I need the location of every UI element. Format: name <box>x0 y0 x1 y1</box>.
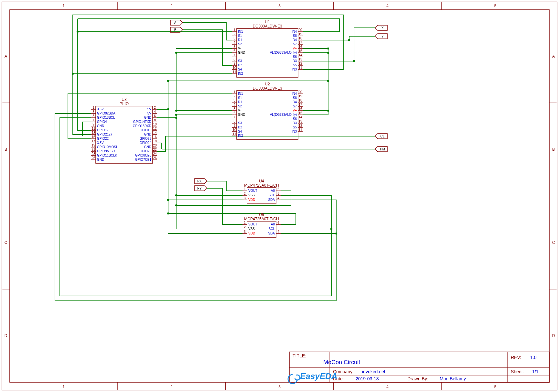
svg-text:GPIO4: GPIO4 <box>97 120 107 124</box>
U2-ref: U2 <box>265 82 270 86</box>
svg-text:21: 21 <box>91 148 95 151</box>
svg-text:IN4: IN4 <box>292 30 297 33</box>
svg-text:GND: GND <box>97 158 104 161</box>
svg-text:S1: S1 <box>238 34 242 38</box>
svg-text:D2: D2 <box>238 125 242 129</box>
svg-text:SCL: SCL <box>269 227 275 231</box>
netlabel-HM: HM <box>375 147 387 152</box>
svg-text:S3: S3 <box>238 59 242 63</box>
svg-text:18: 18 <box>153 139 157 143</box>
svg-text:19: 19 <box>91 144 95 147</box>
svg-text:23: 23 <box>91 152 95 156</box>
svg-text:14: 14 <box>298 115 302 119</box>
U4-part: MCP4725A0T-E/CH <box>244 183 279 188</box>
svg-point-41 <box>175 114 177 116</box>
svg-text:D4: D4 <box>293 100 297 104</box>
svg-point-46 <box>348 39 350 41</box>
svg-text:17: 17 <box>298 103 302 106</box>
svg-text:GPIO02SDA: GPIO02SDA <box>97 112 115 115</box>
svg-text:S8: S8 <box>293 96 297 100</box>
svg-text:16: 16 <box>153 135 157 139</box>
svg-text:18: 18 <box>298 37 302 40</box>
svg-text:6: 6 <box>233 49 235 53</box>
svg-text:GPIO2127: GPIO2127 <box>97 133 113 136</box>
svg-text:4: 4 <box>386 385 389 389</box>
svg-text:D4: D4 <box>293 38 297 42</box>
svg-text:16: 16 <box>298 107 302 111</box>
svg-text:5V: 5V <box>147 107 152 111</box>
sheet-frame-ticks: 1122334455AABBCCDD <box>2 2 557 390</box>
svg-text:5: 5 <box>494 4 497 8</box>
svg-text:VSS: VSS <box>248 193 255 197</box>
svg-text:GPIO7CE1: GPIO7CE1 <box>135 158 151 161</box>
svg-text:1: 1 <box>244 187 246 191</box>
svg-text:GPIO15RXD: GPIO15RXD <box>133 124 151 128</box>
date-value: 2019-03-18 <box>356 376 379 381</box>
rev-label: REV: <box>511 355 521 360</box>
svg-text:GPIO17: GPIO17 <box>97 128 109 132</box>
svg-text:4: 4 <box>277 196 279 200</box>
svg-text:V-: V- <box>238 47 241 50</box>
svg-text:11: 11 <box>232 132 236 136</box>
svg-text:GPIO9MISO: GPIO9MISO <box>97 149 115 153</box>
sheet-frame-inner <box>10 10 549 382</box>
svg-text:24: 24 <box>153 152 157 156</box>
svg-text:IN1: IN1 <box>238 92 243 95</box>
netlabel-PY: PY <box>195 186 207 191</box>
netlabel-A: A <box>170 20 183 25</box>
svg-text:B: B <box>552 147 555 152</box>
svg-text:5: 5 <box>494 385 497 389</box>
svg-text:7: 7 <box>92 118 94 122</box>
svg-text:3: 3 <box>92 110 94 114</box>
easyeda-logo: EasyEDA <box>288 371 338 384</box>
svg-text:4: 4 <box>233 41 235 44</box>
svg-text:IN3: IN3 <box>292 68 297 71</box>
svg-point-49 <box>330 228 332 230</box>
svg-text:A0: A0 <box>271 189 275 192</box>
svg-text:25: 25 <box>91 156 95 160</box>
svg-text:S5: S5 <box>293 125 297 129</box>
svg-text:SCL: SCL <box>269 193 275 197</box>
svg-text:11: 11 <box>298 128 302 132</box>
svg-text:A: A <box>552 54 555 59</box>
svg-text:1: 1 <box>244 221 246 224</box>
svg-text:20: 20 <box>298 28 302 32</box>
svg-point-42 <box>175 110 177 112</box>
svg-text:GPIO23: GPIO23 <box>140 137 152 140</box>
svg-text:19: 19 <box>298 32 302 36</box>
svg-point-33 <box>327 80 329 82</box>
svg-text:GPIO24: GPIO24 <box>140 141 152 145</box>
U4-ref: U4 <box>259 179 264 183</box>
svg-text:10: 10 <box>232 128 236 132</box>
svg-text:B: B <box>5 147 7 152</box>
svg-text:2: 2 <box>244 192 246 195</box>
svg-text:S8: S8 <box>293 34 297 38</box>
U2-part: DG333ALDW-E3 <box>253 86 282 91</box>
schematic-canvas: 1122334455AABBCCDD ABXYCLHMPXPY U1DG333A… <box>0 0 559 392</box>
svg-text:GND: GND <box>144 145 151 149</box>
svg-text:11: 11 <box>91 127 95 130</box>
svg-text:5: 5 <box>277 192 279 195</box>
U1-part: DG333ALDW-E3 <box>253 24 282 28</box>
svg-text:18: 18 <box>298 99 302 102</box>
svg-point-48 <box>335 233 337 234</box>
svg-text:GPIO10MOSI: GPIO10MOSI <box>97 145 117 149</box>
svg-text:V+: V+ <box>293 109 297 112</box>
netlabel-Y: Y <box>375 34 387 39</box>
svg-text:20: 20 <box>298 90 302 94</box>
svg-text:1: 1 <box>63 4 65 8</box>
svg-text:PY: PY <box>197 187 202 190</box>
U2-component: U2DG333ALDW-E31IN12S13D14S25V-6GND78S39D… <box>232 82 303 139</box>
svg-text:GND: GND <box>97 124 104 128</box>
svg-text:S2: S2 <box>238 42 242 46</box>
svg-text:4: 4 <box>154 110 156 114</box>
svg-text:15: 15 <box>91 135 95 139</box>
svg-text:4: 4 <box>386 4 389 8</box>
svg-text:5: 5 <box>92 114 94 118</box>
svg-point-40 <box>175 117 177 119</box>
svg-text:3.3V: 3.3V <box>97 141 104 145</box>
drawnby-label: Drawn By: <box>407 376 428 381</box>
svg-text:3: 3 <box>278 4 281 8</box>
sheet-label: Sheet: <box>511 369 524 374</box>
svg-text:GND: GND <box>238 51 245 54</box>
